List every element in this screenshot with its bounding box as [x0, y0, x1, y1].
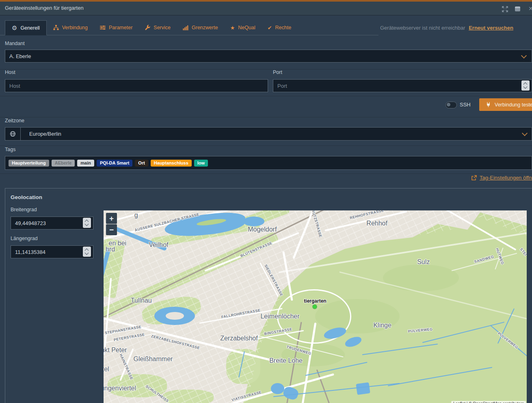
plug-icon — [486, 102, 491, 107]
expand-icon[interactable] — [502, 6, 508, 13]
map-place-label: Zerzabelshof — [220, 335, 258, 342]
map-street-label: PULVERWEG — [497, 331, 519, 349]
longitude-stepper[interactable] — [83, 247, 91, 257]
toggle-knob — [447, 103, 450, 106]
tab-verbindung[interactable]: Verbindung — [53, 20, 88, 35]
mandant-label: Mandant — [5, 41, 25, 46]
test-connection-label: Verbindung testen — [495, 102, 532, 108]
tab-label: Verbindung — [62, 25, 88, 30]
sliders-icon — [100, 25, 106, 30]
tab-rechte[interactable]: ✔ Rechte — [268, 20, 292, 35]
test-connection-button[interactable]: Verbindung testen — [479, 98, 532, 111]
map-place-label: g — [134, 212, 138, 219]
map-street-label: STEI — [519, 247, 527, 256]
separator — [0, 173, 532, 174]
tag-settings-link-row: Tag-Einstellungen öffnen — [471, 175, 532, 181]
map-place-label: tel — [104, 366, 109, 373]
chevron-down-icon — [522, 130, 528, 136]
wrench-icon — [145, 25, 150, 30]
host-label: Host — [5, 69, 15, 75]
map-place-label: Mögeldorf — [248, 226, 277, 233]
window-icon[interactable] — [515, 6, 520, 11]
longitude-label: Längengrad — [11, 236, 38, 241]
geolocation-title: Geolocation — [11, 194, 42, 200]
server-error: Gerätewebserver ist nicht erreichbar Ern… — [380, 25, 513, 31]
tab-label: NeQual — [238, 25, 255, 30]
tags-field[interactable]: HauptverteilungAEberlemainPQI-DA SmartOr… — [5, 156, 532, 170]
map-street-label: PETERSTRASSE — [113, 332, 145, 342]
map-street-label: BINGSTRASSE — [264, 327, 292, 336]
network-icon — [53, 25, 59, 30]
map-street-label: HAINSTRASSE — [119, 353, 134, 380]
timezone-value: Europe/Berlin — [29, 131, 61, 137]
map-street-label: RUTZSTRASSE — [311, 210, 323, 238]
tag-chip: main — [77, 160, 94, 167]
map-place-label: Leimenlöcher — [260, 313, 299, 320]
tag-settings-link[interactable]: Tag-Einstellungen öffnen — [480, 175, 532, 181]
tab-label: Grenzwerte — [192, 25, 218, 30]
separator — [0, 117, 532, 117]
map-place-label: Rehhof — [366, 220, 387, 227]
latitude-input[interactable] — [11, 217, 93, 230]
port-label: Port — [273, 69, 282, 75]
latitude-label: Breitengrad — [11, 207, 37, 212]
tab-nequal[interactable]: ★ NeQual — [230, 20, 255, 35]
map-place-label: Veilhof — [149, 241, 168, 249]
map-zoom-out-button[interactable]: − — [106, 224, 117, 235]
port-stepper[interactable] — [521, 80, 530, 91]
latitude-stepper[interactable] — [83, 218, 91, 228]
server-error-text: Gerätewebserver ist nicht erreichbar — [380, 25, 465, 31]
tag-chip: Hauptverteilung — [9, 160, 49, 167]
map-street-label: SCHULTHEISS — [145, 384, 170, 403]
tag-chip: Hauptanschluss — [151, 160, 192, 167]
tab-label: Rechte — [275, 25, 292, 30]
map-zoom-in-button[interactable]: + — [106, 213, 117, 224]
tag-chip: Ort — [135, 160, 148, 167]
map-street-label: ÄUSSERE SULZBACHER STRASSE — [134, 212, 200, 232]
tab-label: Parameter — [109, 25, 132, 30]
tab-parameter[interactable]: Parameter — [100, 20, 132, 35]
map-place-label: Tullnau — [131, 297, 152, 304]
tab-service[interactable]: Service — [145, 20, 171, 35]
tag-chip: low — [194, 160, 208, 167]
map-street-label: ZERZABELSHOFSTRASSE — [151, 334, 200, 350]
check-icon: ✔ — [268, 25, 272, 30]
title-bar: Geräteeinstellungen für tiergarten ✕ — [0, 2, 532, 15]
separator — [0, 69, 532, 69]
tags-label: Tags — [5, 147, 15, 152]
signal-bars-icon — [183, 25, 188, 30]
close-icon[interactable]: ✕ — [528, 6, 532, 11]
tab-grenzwerte[interactable]: Grenzwerte — [183, 20, 218, 35]
ssh-label: SSH — [460, 102, 471, 108]
map-marker-label: tiergarten — [304, 298, 326, 304]
tab-generell[interactable]: ⚙ Generell — [5, 20, 47, 35]
retry-link[interactable]: Erneut versuchen — [469, 25, 513, 31]
device-settings-dialog: Geräteeinstellungen für tiergarten ✕ ⚙ G… — [0, 0, 532, 403]
map-street-label: PULVERWEG — [408, 327, 433, 333]
map-street-label: VIATISSTRASSE — [231, 390, 262, 402]
map-place-label: ungenviertel — [104, 385, 136, 392]
map-place-label: Sankt Peter — [104, 347, 127, 354]
mandant-select[interactable]: A. Eberle — [5, 50, 532, 63]
map-street-label: HUTWEG — [495, 247, 505, 265]
longitude-input[interactable] — [11, 245, 93, 258]
map-attribution[interactable]: Leaflet | © OpenStreetMap contributors — [451, 401, 526, 403]
tab-label: Service — [154, 25, 171, 30]
port-input[interactable] — [273, 79, 532, 92]
ssh-toggle[interactable] — [445, 102, 457, 108]
tab-bar: ⚙ Generell Verbindung Parameter Service — [0, 20, 378, 35]
separator — [0, 96, 532, 96]
host-input[interactable] — [5, 79, 268, 92]
tag-chip: PQI-DA Smart — [97, 160, 132, 167]
map-place-label: Gleißhammer — [133, 355, 173, 363]
timezone-select[interactable]: Europe/Berlin — [5, 127, 532, 141]
map-marker[interactable] — [313, 305, 317, 309]
map-street-label: TRUDENWEG — [286, 345, 312, 356]
map-street-label: SIEDLERSTRASSE — [264, 264, 284, 297]
map[interactable]: VeilhofMögeldorfRehhofSulzTullnauLeimenl… — [104, 210, 527, 403]
map-street-label: SANDWEG — [474, 255, 494, 264]
separator — [0, 145, 532, 146]
tag-chip: AEberle — [52, 160, 75, 167]
gears-icon: ⚙ — [12, 25, 17, 30]
map-place-label: Breite Lohe — [269, 357, 303, 364]
